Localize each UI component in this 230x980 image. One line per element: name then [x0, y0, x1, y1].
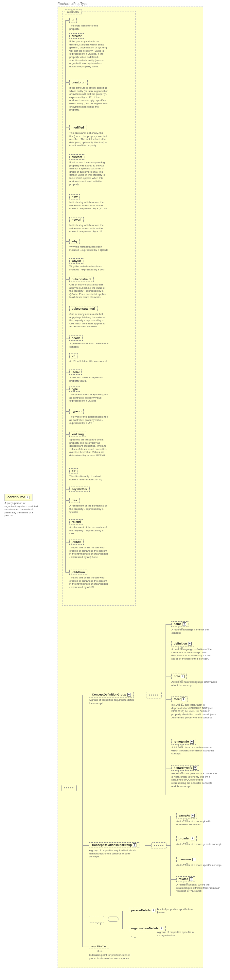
attr-pubconstrainturi: pubconstrainturiOne or many constraints … — [69, 306, 109, 328]
conn — [65, 542, 69, 542]
conn — [171, 839, 176, 839]
choice-details — [89, 916, 104, 923]
node-broader[interactable]: broader+An identifier of a more generic … — [176, 836, 222, 846]
expand-icon[interactable]: + — [26, 496, 29, 499]
expand-icon[interactable]: + — [160, 927, 163, 930]
desc: A set of properties specific to a person — [157, 908, 196, 914]
attributes-title: attributes — [65, 9, 81, 14]
type-label: FlexAuthorPropType — [58, 2, 87, 6]
node-hierarchyInfo[interactable]: hierarchyInfo+Represents the position of… — [171, 765, 217, 788]
expand-icon[interactable]: + — [152, 909, 155, 912]
attr-creator: creatorIf the property value is not defi… — [69, 33, 109, 68]
conn — [65, 309, 69, 309]
conn — [65, 20, 66, 572]
attr-howuri: howuriIndicates by which means the value… — [69, 217, 109, 233]
label: organisationDetails — [131, 927, 159, 930]
attr-xmllang: xml:langSpecifies the language of this p… — [69, 432, 109, 457]
conn — [65, 356, 69, 356]
seq-def — [147, 692, 161, 698]
conn — [166, 644, 171, 644]
conn — [171, 860, 176, 860]
conn — [65, 500, 69, 501]
attr-jobtitleuri: jobtitleuriThe job title of the person w… — [69, 570, 109, 589]
conn — [65, 489, 69, 490]
conn — [65, 434, 69, 434]
range: 0..∞ — [183, 842, 188, 844]
group-desc: A group of properties required to define… — [89, 698, 138, 705]
root-contributor[interactable]: contributor+ — [5, 494, 32, 501]
attr-type: typeThe type of the concept assigned as … — [69, 387, 109, 402]
attr-anyother: any ##other — [69, 487, 89, 492]
conn — [65, 411, 69, 412]
attr-why: whyWhy the metadata has been included - … — [69, 239, 109, 251]
conn — [161, 695, 166, 695]
seq-rel — [152, 842, 166, 849]
attr-typeuri: typeuriThe type of the concept assigned … — [69, 409, 109, 425]
range: 0..∞ — [183, 882, 188, 885]
attr-pubconstraint: pubconstraintOne or many constraints tha… — [69, 277, 109, 299]
root-label: contributor — [8, 495, 25, 499]
range: 0..∞ — [183, 862, 188, 865]
group-label: ConceptDefinitionGroup — [92, 693, 126, 696]
range: 0..∞ — [178, 771, 183, 774]
label: personDetails — [131, 909, 151, 912]
conn — [118, 919, 122, 919]
conn — [166, 845, 171, 846]
attr-modified: modifiedThe date (and, optionally, the t… — [69, 125, 109, 147]
conn — [65, 197, 69, 197]
range: 0..∞ — [183, 818, 188, 821]
conn — [65, 241, 69, 242]
attr-role: roleA refinement of the semantics of the… — [69, 498, 109, 514]
conn — [65, 471, 69, 471]
attr-qcode: qcodeA qualified code which identifies a… — [69, 336, 109, 348]
attr-custom: customIf set to true the corresponding p… — [69, 154, 109, 186]
conn — [122, 929, 129, 929]
conn — [65, 389, 69, 390]
conn — [83, 845, 89, 846]
root-desc: A party (person or organisation) which m… — [5, 502, 41, 517]
conn — [166, 742, 171, 742]
conn — [65, 372, 69, 372]
conn — [65, 279, 69, 280]
conn — [122, 911, 123, 929]
node-facet[interactable]: facet+In NAR 1.8 and later, facet is dep… — [171, 697, 217, 719]
range: 0..∞ — [178, 702, 183, 705]
desc: A group of properties specific to an org… — [157, 931, 196, 937]
range: 0..∞ — [178, 745, 183, 748]
label: any ##other — [89, 944, 109, 949]
conn — [65, 338, 69, 339]
attr-uri: uriA URI which identifies a concept. — [69, 353, 108, 363]
sequence-main — [62, 785, 77, 791]
desc: Extension point for provider-defined pro… — [89, 953, 138, 960]
expand-icon[interactable]: + — [127, 693, 131, 697]
range: 0..∞ — [178, 679, 183, 682]
range: 0..∞ — [97, 950, 102, 953]
node-narrower[interactable]: narrower+An identifier of a more specifi… — [176, 857, 222, 867]
expand-icon[interactable]: + — [133, 843, 136, 847]
conn — [65, 20, 69, 21]
group-label: ConceptRelationshipsGroup — [92, 843, 132, 846]
attr-dir: dirThe directionality of textual content… — [69, 468, 109, 481]
attr-whyuri: whyuriWhy the metadata has been included… — [69, 258, 109, 271]
conn — [83, 919, 89, 919]
switch — [108, 916, 118, 922]
conn — [103, 919, 108, 919]
conn — [171, 879, 176, 880]
conn — [166, 624, 171, 625]
node-definition[interactable]: definition+A natural language definition… — [171, 641, 217, 660]
conn — [83, 947, 89, 947]
attr-creatoruri: creatoruriIf the attribute is empty, spe… — [69, 80, 109, 111]
group-conceptrel[interactable]: ConceptRelationshipsGroup+ — [89, 842, 139, 848]
conn — [166, 625, 166, 795]
conn — [83, 695, 89, 695]
node-any-other-elem: any ##other — [89, 944, 109, 949]
attr-jobtitle: jobtitleThe job title of the person who … — [69, 539, 109, 558]
range: 0..1 — [97, 923, 101, 926]
group-desc: A group of properties required to indica… — [89, 849, 138, 858]
conn — [65, 572, 69, 573]
group-conceptdef[interactable]: ConceptDefinitionGroup+ — [89, 692, 134, 697]
range: 0..∞ — [131, 936, 136, 939]
node-persondetails[interactable]: personDetails+ — [129, 908, 158, 913]
attr-how: howIndicates by which means the value wa… — [69, 194, 109, 210]
attr-roleuri: roleuriA refinement of the semantics of … — [69, 519, 109, 535]
